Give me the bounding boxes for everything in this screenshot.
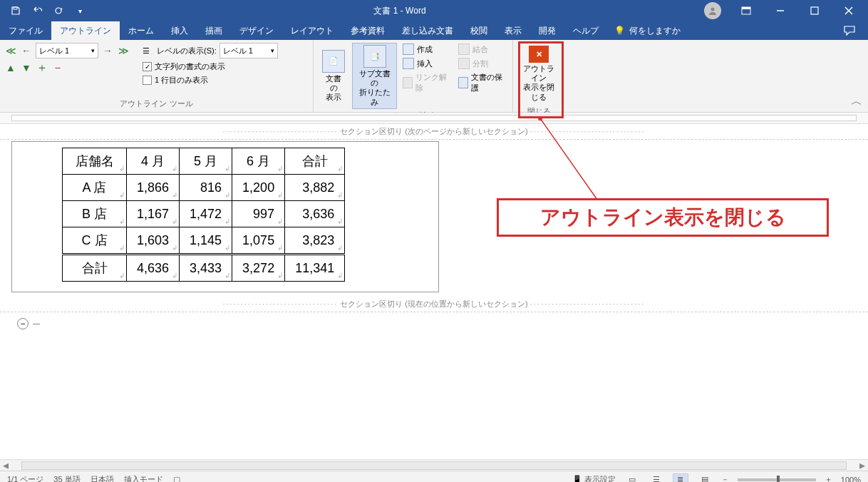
tab-help[interactable]: ヘルプ: [564, 21, 607, 40]
ribbon-tabs: ファイル アウトライン ホーム 挿入 描画 デザイン レイアウト 参考資料 差し…: [0, 21, 868, 40]
view-read-icon[interactable]: ▭: [624, 473, 640, 483]
view-print-icon[interactable]: ☰: [649, 473, 664, 483]
split-icon: [458, 58, 470, 69]
outline-body-text[interactable]: −: [17, 318, 868, 329]
show-formatting-checkbox[interactable]: ✓: [143, 62, 152, 71]
status-page[interactable]: 1/1 ページ: [7, 474, 43, 482]
insert-button[interactable]: 挿入: [400, 57, 453, 70]
tell-me-search[interactable]: 💡 何をしますか: [607, 21, 688, 40]
group-label-outline: アウトライン ツール: [4, 97, 309, 111]
outline-level-dropdown[interactable]: レベル 1 ▾: [36, 43, 98, 58]
promote-icon[interactable]: ←: [20, 44, 33, 57]
minimize-icon[interactable]: [764, 0, 797, 21]
create-icon: [403, 43, 414, 55]
show-level-label: レベルの表示(S):: [157, 46, 217, 56]
header-apr[interactable]: 4 月↲: [127, 148, 180, 175]
lightbulb-icon: 💡: [614, 26, 625, 36]
split-button: 分割: [455, 57, 508, 70]
show-document-button[interactable]: 📄 文書の 表示: [318, 43, 349, 109]
save-icon[interactable]: [6, 1, 26, 21]
merge-button: 結合: [455, 43, 508, 56]
title-bar: ▾ 文書 1 - Word: [0, 0, 868, 21]
macro-record-icon[interactable]: ▢: [173, 475, 180, 482]
outline-minus-icon: −: [17, 318, 29, 329]
group-outline-tools: ≪ ← レベル 1 ▾ → ≫ ▲ ▼ ＋ －: [0, 40, 314, 112]
move-up-icon[interactable]: ▲: [4, 61, 17, 74]
qat-customize-icon[interactable]: ▾: [70, 1, 90, 21]
share-comment-icon[interactable]: [832, 21, 868, 40]
tab-home[interactable]: ホーム: [120, 21, 162, 40]
horizontal-scrollbar[interactable]: ◂ ▸: [0, 459, 868, 471]
close-outline-button[interactable]: アウトライン 表示を閉じる: [523, 64, 554, 102]
svg-rect-4: [742, 7, 750, 9]
tab-design[interactable]: デザイン: [231, 21, 282, 40]
tab-file[interactable]: ファイル: [0, 21, 51, 40]
svg-point-1: [56, 8, 61, 14]
scroll-left-icon[interactable]: ◂: [0, 458, 11, 472]
display-settings[interactable]: 📱 表示設定: [572, 474, 616, 482]
header-total[interactable]: 合計↲: [285, 148, 345, 175]
collapse-subdocs-button[interactable]: 📑 サブ文書の 折りたたみ: [352, 43, 397, 109]
table-row: A 店↲ 1,866↲ 816↲ 1,200↲ 3,882↲: [63, 175, 345, 201]
tab-layout[interactable]: レイアウト: [282, 21, 342, 40]
document-icon: 📄: [322, 50, 345, 73]
close-outline-icon[interactable]: ✕: [529, 46, 549, 63]
redo-icon[interactable]: [48, 1, 68, 21]
document-area[interactable]: ································ セクション区切…: [0, 124, 868, 459]
status-word-count[interactable]: 35 単語: [53, 474, 80, 482]
sales-table[interactable]: 店舗名↲ 4 月↲ 5 月↲ 6 月↲ 合計↲ A 店↲ 1,866↲ 816↲…: [62, 148, 345, 282]
maximize-icon[interactable]: [798, 0, 831, 21]
svg-rect-0: [14, 7, 17, 9]
tab-mailings[interactable]: 差し込み文書: [393, 21, 462, 40]
tab-insert[interactable]: 挿入: [162, 21, 197, 40]
scrollbar-track[interactable]: [21, 461, 847, 470]
protect-button[interactable]: 文書の保護: [455, 71, 508, 94]
scroll-right-icon[interactable]: ▸: [857, 458, 868, 472]
collapse-icon[interactable]: －: [51, 61, 64, 74]
promote-heading1-icon[interactable]: ≪: [4, 44, 17, 57]
demote-bodytext-icon[interactable]: ≫: [117, 44, 130, 57]
tab-outline[interactable]: アウトライン: [51, 21, 120, 40]
header-store[interactable]: 店舗名↲: [63, 148, 127, 175]
header-jun[interactable]: 6 月↲: [232, 148, 285, 175]
show-level-dropdown[interactable]: レベル 1 ▾: [219, 43, 278, 58]
group-close: ✕ アウトライン 表示を閉じる 閉じる: [513, 40, 564, 112]
tab-developer[interactable]: 開発: [530, 21, 564, 40]
zoom-slider[interactable]: [738, 478, 816, 481]
expand-icon[interactable]: ＋: [36, 61, 48, 74]
create-button[interactable]: 作成: [400, 43, 453, 56]
undo-icon[interactable]: [27, 1, 47, 21]
tab-review[interactable]: 校閲: [462, 21, 496, 40]
header-may[interactable]: 5 月↲: [180, 148, 232, 175]
view-outline-icon[interactable]: ≣: [673, 473, 688, 483]
window-title: 文書 1 - Word: [95, 5, 704, 17]
chevron-down-icon: ▾: [91, 47, 95, 54]
collapse-ribbon-icon[interactable]: ︿: [851, 94, 862, 109]
zoom-percent[interactable]: 100%: [841, 476, 861, 483]
section-break-2: ································ セクション区切…: [0, 297, 868, 312]
embedded-object-frame[interactable]: 店舗名↲ 4 月↲ 5 月↲ 6 月↲ 合計↲ A 店↲ 1,866↲ 816↲…: [11, 141, 439, 292]
user-avatar[interactable]: [704, 2, 721, 19]
insert-icon: [403, 58, 414, 69]
unlink-icon: [403, 77, 413, 88]
tab-references[interactable]: 参考資料: [342, 21, 393, 40]
close-icon[interactable]: [832, 0, 865, 21]
zoom-in-icon[interactable]: ＋: [825, 474, 832, 482]
move-down-icon[interactable]: ▼: [20, 61, 33, 74]
chevron-down-icon: ▾: [271, 47, 274, 54]
svg-rect-6: [811, 7, 818, 14]
view-web-icon[interactable]: ▤: [697, 473, 713, 483]
ribbon-display-icon[interactable]: [730, 0, 763, 21]
tab-view[interactable]: 表示: [496, 21, 530, 40]
status-insert-mode[interactable]: 挿入モード: [124, 474, 163, 482]
collapse-subdocs-icon: 📑: [363, 45, 386, 68]
zoom-out-icon[interactable]: －: [721, 474, 729, 482]
demote-icon[interactable]: →: [101, 44, 114, 57]
annotation-callout: アウトライン表示を閉じる: [497, 198, 829, 237]
first-line-only-checkbox[interactable]: [143, 76, 152, 85]
show-level-icon: ☰: [143, 46, 154, 56]
tab-draw[interactable]: 描画: [197, 21, 231, 40]
status-language[interactable]: 日本語: [91, 474, 114, 482]
ruler[interactable]: [0, 113, 868, 124]
unlink-button: リンク解除: [400, 71, 453, 94]
